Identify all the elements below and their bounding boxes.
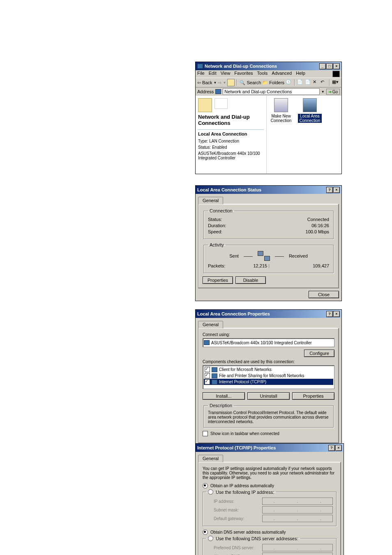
list-item: Client for Microsoft Networks <box>204 366 333 373</box>
show-icon-checkbox[interactable] <box>203 431 208 436</box>
use-ip-radio[interactable] <box>208 489 213 495</box>
dialog-body: Connect using: ASUSTeK/Broadcom 440x 10/… <box>198 328 339 443</box>
use-ip-label: Use the following IP address: <box>216 490 274 495</box>
activity-legend: Activity <box>208 242 226 247</box>
up-icon[interactable] <box>227 79 235 86</box>
views-icon[interactable]: ▦▾ <box>332 79 339 86</box>
make-new-connection[interactable]: Make New Connection <box>269 98 293 123</box>
help-button[interactable]: ? <box>326 187 333 193</box>
menu-view[interactable]: View <box>221 71 231 77</box>
auto-dns-label: Obtain DNS server address automatically <box>210 530 286 534</box>
menu-help[interactable]: Help <box>296 71 305 77</box>
components-label: Components checked are used by this conn… <box>203 359 334 364</box>
menu-favorites[interactable]: Favorites <box>234 71 253 77</box>
address-dropdown[interactable]: ▼ <box>321 90 325 94</box>
close-button[interactable]: × <box>333 187 340 193</box>
auto-dns-radio[interactable] <box>203 530 208 535</box>
panel-adapter: ASUSTeK/Broadcom 440x 10/100 Integrated … <box>198 151 264 160</box>
static-ip-group: Use the following IP address: IP address… <box>203 489 337 526</box>
lac-icon <box>303 98 317 112</box>
fps-icon <box>212 373 217 378</box>
received-label: Received <box>289 253 308 258</box>
close-button[interactable]: × <box>335 445 342 451</box>
titlebar[interactable]: Local Area Connection Properties ? × <box>196 310 341 318</box>
tab-general[interactable]: General <box>198 197 223 204</box>
folder-icon <box>198 98 212 112</box>
auto-ip-radio[interactable] <box>203 483 208 488</box>
menu-advanced[interactable]: Advanced <box>272 71 292 77</box>
titlebar[interactable]: Internet Protocol (TCP/IP) Properties ? … <box>196 444 344 452</box>
tab-general[interactable]: General <box>198 321 223 328</box>
sent-label: Sent <box>229 253 239 258</box>
menu-edit[interactable]: Edit <box>209 71 217 77</box>
component-label: File and Printer Sharing for Microsoft N… <box>219 373 304 378</box>
close-dialog-button[interactable]: Close <box>309 291 339 298</box>
copy-icon[interactable]: 📄 <box>305 79 311 86</box>
local-area-connection[interactable]: Local Area Connection <box>298 98 322 123</box>
delete-icon[interactable]: ✕ <box>313 79 319 86</box>
checkbox[interactable] <box>205 367 210 372</box>
status-value: Connected <box>307 217 329 222</box>
connection-group: Connection Status:Connected Duration:06:… <box>203 208 334 239</box>
packets-sent: 12,215 <box>253 263 267 268</box>
nic-icon <box>204 340 210 345</box>
install-button[interactable]: Install... <box>203 392 245 400</box>
dialog-title: Local Area Connection Properties <box>197 311 270 316</box>
titlebar[interactable]: Local Area Connection Status ? × <box>196 186 341 194</box>
help-button[interactable]: ? <box>328 445 335 451</box>
menubar: File Edit View Favorites Tools Advanced … <box>196 70 341 78</box>
app-icon <box>197 64 203 69</box>
packets-label: Packets: <box>208 263 225 268</box>
address-input[interactable] <box>223 88 319 95</box>
description-text: Transmission Control Protocol/Internet P… <box>208 410 329 424</box>
packets-received: 109,427 <box>313 263 329 268</box>
close-button[interactable]: × <box>333 63 340 69</box>
adapter-name: ASUSTeK/Broadcom 440x 10/100 Integrated … <box>211 341 312 345</box>
component-label: Internet Protocol (TCP/IP) <box>219 380 266 384</box>
properties-button[interactable]: Properties <box>292 392 334 400</box>
address-label: Address <box>197 89 214 94</box>
adapter-box: ASUSTeK/Broadcom 440x 10/100 Integrated … <box>203 338 334 347</box>
uninstall-button[interactable]: Uninstall <box>247 392 290 400</box>
ip-input: ... <box>262 497 333 505</box>
disable-button[interactable]: Disable <box>235 276 266 284</box>
move-icon[interactable]: 📄 <box>297 79 304 86</box>
static-dns-group: Use the following DNS server addresses: … <box>203 536 337 555</box>
gateway-input: ... <box>262 515 333 522</box>
connection-legend: Connection <box>208 208 234 213</box>
properties-button[interactable]: Properties <box>203 276 233 284</box>
icons-area: Make New Connection Local Area Connectio… <box>267 96 324 174</box>
auto-ip-label: Obtain an IP address automatically <box>210 484 274 488</box>
list-item: File and Printer Sharing for Microsoft N… <box>204 373 333 379</box>
dialog-title: Internet Protocol (TCP/IP) Properties <box>197 445 276 450</box>
description-legend: Description <box>208 403 234 408</box>
panel-subtitle: Local Area Connection <box>198 131 264 136</box>
components-list[interactable]: Client for Microsoft Networks File and P… <box>203 365 334 389</box>
folders-button[interactable]: 📁 Folders <box>262 80 284 85</box>
history-icon[interactable]: 🕓 <box>286 79 292 86</box>
configure-button[interactable]: Configure <box>304 350 334 357</box>
menu-tools[interactable]: Tools <box>257 71 268 77</box>
checkbox[interactable] <box>205 373 210 378</box>
minimize-button[interactable]: _ <box>319 63 326 69</box>
throbber-icon <box>332 71 340 77</box>
undo-icon[interactable]: ↶ <box>321 79 327 86</box>
search-button[interactable]: 🔍 Search <box>240 80 261 85</box>
pref-dns-input: ... <box>262 544 333 551</box>
titlebar[interactable]: Network and Dial-up Connections _ □ × <box>196 62 341 70</box>
use-dns-radio[interactable] <box>208 536 213 541</box>
forward-button[interactable]: ⇨ <box>218 80 221 85</box>
checkbox[interactable] <box>205 379 210 385</box>
close-button[interactable]: × <box>333 311 340 317</box>
panel-title: Network and Dial-up Connections <box>198 114 264 126</box>
content-area: Network and Dial-up Connections Local Ar… <box>196 96 341 174</box>
gateway-label: Default gateway: <box>214 516 259 521</box>
maximize-button[interactable]: □ <box>326 63 333 69</box>
go-button[interactable]: ➔Go <box>326 89 340 95</box>
menu-file[interactable]: File <box>197 71 205 77</box>
back-button[interactable]: ⇦ Back <box>197 80 212 85</box>
make-new-icon <box>274 98 288 112</box>
help-button[interactable]: ? <box>326 311 333 317</box>
dialog-body: You can get IP settings assigned automat… <box>198 462 341 555</box>
tab-general[interactable]: General <box>198 455 223 462</box>
